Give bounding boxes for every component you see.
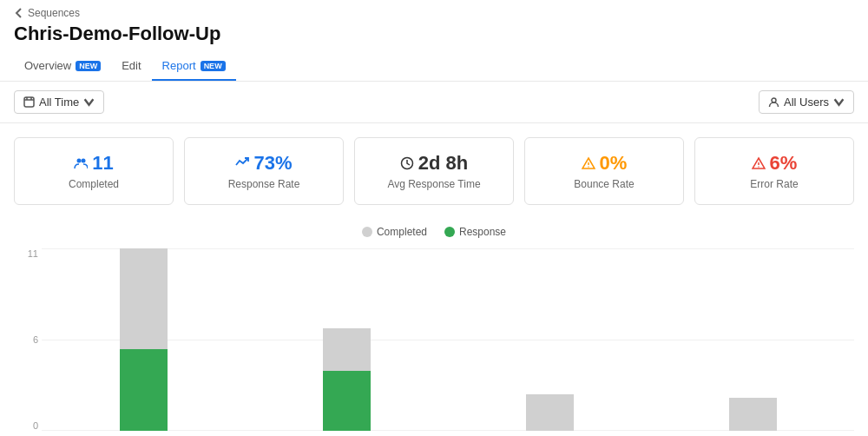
svg-point-11 — [758, 166, 759, 167]
stat-completed-label: Completed — [29, 178, 159, 190]
legend-response: Response — [444, 226, 506, 238]
legend-dot-response — [444, 227, 455, 237]
back-link[interactable]: Sequences — [14, 7, 854, 19]
bar-group-step2: STEP 2 ✉ — [245, 248, 448, 431]
stat-completed: 11 Completed — [14, 137, 174, 205]
badge-new-overview: NEW — [76, 61, 101, 71]
svg-rect-0 — [24, 97, 34, 107]
tab-overview[interactable]: Overview NEW — [14, 52, 111, 81]
stat-avg-response: 2d 8h Avg Response Time — [354, 137, 514, 205]
legend-completed: Completed — [362, 226, 427, 238]
stat-error-value: 6% — [709, 152, 839, 175]
bar-completed-step3 — [526, 394, 574, 431]
svg-point-5 — [77, 159, 82, 163]
time-filter-label: All Time — [39, 96, 79, 109]
badge-new-report: NEW — [201, 61, 226, 71]
bar-completed-step1 — [120, 248, 168, 349]
stat-avg-label: Avg Response Time — [369, 178, 499, 190]
stat-bounce-value: 0% — [539, 152, 669, 175]
breadcrumb-label: Sequences — [28, 7, 80, 19]
legend-dot-completed — [362, 227, 372, 237]
y-label-6: 6 — [33, 334, 38, 345]
bar-response-step1 — [120, 349, 168, 432]
time-filter-button[interactable]: All Time — [14, 90, 104, 114]
stat-error-label: Error Rate — [709, 178, 839, 190]
bar-group-step1: STEP 1 ✉ — [42, 248, 245, 431]
bar-completed-step4 — [729, 398, 777, 431]
stat-response-value: 73% — [199, 152, 329, 175]
toolbar: All Time All Users — [0, 82, 868, 123]
tab-report[interactable]: Report NEW — [152, 52, 236, 81]
y-label-0: 0 — [33, 420, 38, 431]
chart-section: Completed Response 11 6 0 STEP — [0, 219, 868, 436]
stat-completed-value: 11 — [29, 152, 159, 175]
stats-row: 11 Completed 73% Response Rate 2d 8h Avg… — [0, 123, 868, 219]
stat-bounce-label: Bounce Rate — [539, 178, 669, 190]
tab-edit[interactable]: Edit — [111, 52, 151, 81]
stat-error-rate: 6% Error Rate — [694, 137, 854, 205]
user-filter-label: All Users — [784, 96, 829, 109]
bar-stack-step2 — [323, 248, 371, 431]
tabs-bar: Overview NEW Edit Report NEW — [14, 52, 854, 81]
bar-stack-step4 — [729, 248, 777, 431]
bar-response-step2 — [323, 371, 371, 431]
y-label-11: 11 — [28, 248, 38, 259]
svg-point-9 — [588, 166, 589, 167]
user-filter-button[interactable]: All Users — [759, 90, 854, 114]
stat-response-rate: 73% Response Rate — [184, 137, 344, 205]
stat-bounce-rate: 0% Bounce Rate — [524, 137, 684, 205]
stat-response-label: Response Rate — [199, 178, 329, 190]
bar-group-step4: STEP 4 ✉ — [651, 248, 854, 431]
chart-legend: Completed Response — [14, 226, 854, 238]
svg-point-6 — [82, 159, 86, 163]
bar-completed-step2 — [323, 328, 371, 370]
bar-group-step3: STEP 3 ✉ — [448, 248, 651, 431]
bar-stack-step3 — [526, 248, 574, 431]
page-title: Chris-Demo-Follow-Up — [14, 23, 854, 45]
stat-avg-value: 2d 8h — [369, 152, 499, 175]
bar-stack-step1 — [120, 248, 168, 431]
top-nav: Sequences Chris-Demo-Follow-Up Overview … — [0, 0, 868, 82]
